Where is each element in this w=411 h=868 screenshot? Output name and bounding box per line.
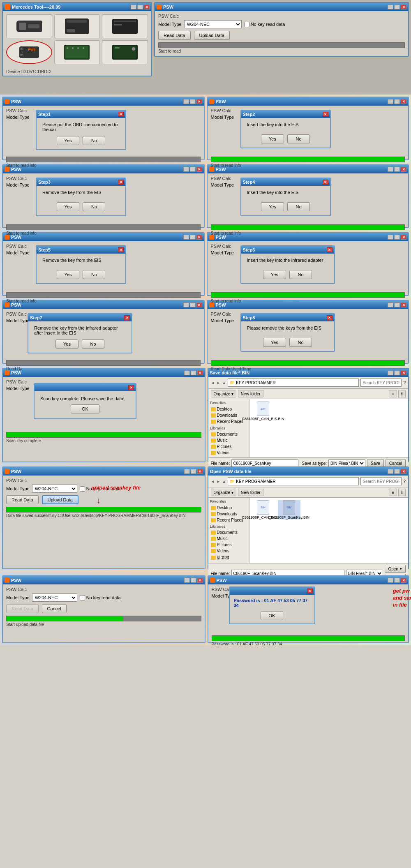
model-select-0[interactable]: W204-NEC <box>184 20 242 28</box>
step6-close[interactable]: ✕ <box>327 247 332 252</box>
max-7r[interactable]: □ <box>394 578 400 583</box>
file-item-1[interactable]: BIN C861908F_CAN_EIS.BIN <box>252 402 275 421</box>
step7-close[interactable]: ✕ <box>124 315 130 320</box>
maximize-btn[interactable]: □ <box>137 5 143 9</box>
step2-yes[interactable]: Yes <box>261 134 284 143</box>
open-sidebar-videos[interactable]: Videos <box>210 548 247 554</box>
model-select-7l[interactable]: W204-NEC <box>32 593 77 602</box>
sidebar-music[interactable]: Music <box>210 437 247 443</box>
open-file-item-2[interactable]: BIN C861908F_ScanKey.BIN <box>278 500 300 519</box>
open-close[interactable]: ✕ <box>401 469 406 474</box>
step8-close[interactable]: ✕ <box>327 315 332 320</box>
sidebar-pictures[interactable]: Pictures <box>210 443 247 450</box>
no-key-7l[interactable]: No key read data <box>80 595 121 600</box>
step1-close[interactable]: ✕ <box>118 112 124 117</box>
psw-close-1l[interactable]: ✕ <box>196 99 202 104</box>
read-data-btn-6l[interactable]: Read Data <box>6 495 39 504</box>
password-dialog-close[interactable]: ✕ <box>307 589 313 593</box>
file-type-select[interactable]: BIN Files(*.BIN) <box>328 459 365 467</box>
info-btn[interactable]: ℹ <box>398 390 406 397</box>
psw-min-0[interactable]: _ <box>388 5 393 9</box>
step3-no[interactable]: No <box>83 202 105 211</box>
cancel-file-btn[interactable]: Cancel <box>386 459 406 467</box>
step1-yes[interactable]: Yes <box>57 136 80 145</box>
no-key-check-6l[interactable] <box>80 486 85 492</box>
minimize-btn[interactable]: _ <box>131 5 136 9</box>
open-sidebar-music[interactable]: Music <box>210 536 247 542</box>
open-max[interactable]: □ <box>394 469 400 474</box>
file-name-input[interactable] <box>231 459 298 467</box>
step8-no[interactable]: No <box>289 338 312 347</box>
scan-ok-btn[interactable]: OK <box>71 404 99 413</box>
step6-no[interactable]: No <box>289 270 312 279</box>
new-folder-btn[interactable]: New folder <box>238 390 263 397</box>
step5-no[interactable]: No <box>83 270 105 279</box>
view-btn[interactable]: ≡ <box>389 390 397 397</box>
device-cell-5[interactable] <box>54 40 100 64</box>
open-organize-btn[interactable]: Organize ▾ <box>211 489 236 496</box>
max-6l[interactable]: □ <box>191 469 196 474</box>
step5-yes[interactable]: Yes <box>57 270 80 279</box>
open-sidebar-desktop[interactable]: Desktop <box>210 505 247 511</box>
step4-no[interactable]: No <box>287 202 310 211</box>
device-cell-2[interactable] <box>54 14 100 38</box>
psw-close-1r[interactable]: ✕ <box>401 99 406 104</box>
upload-data-btn-0[interactable]: Upload Data <box>194 31 230 40</box>
open-path-bar[interactable]: 📁 KEY PROGRAMMER <box>228 477 359 485</box>
min-7l[interactable]: _ <box>184 578 190 583</box>
save-file-btn[interactable]: Save <box>367 459 384 467</box>
step2-no[interactable]: No <box>287 134 310 143</box>
upload-data-btn-6l[interactable]: Upload Data <box>42 495 79 504</box>
min-7r[interactable]: _ <box>388 578 393 583</box>
psw-min-1l[interactable]: _ <box>183 99 189 104</box>
file-path-bar[interactable]: 📁 KEY PROGRAMMER <box>228 379 359 387</box>
close-btn[interactable]: ✕ <box>144 5 150 9</box>
open-help-icon[interactable]: ? <box>403 479 406 484</box>
no-key-check-7l[interactable] <box>80 595 85 600</box>
step2-close[interactable]: ✕ <box>323 112 328 117</box>
device-cell-3[interactable] <box>102 14 148 38</box>
psw-max-1r[interactable]: □ <box>394 99 400 104</box>
device-cell-6[interactable] <box>102 40 148 64</box>
open-view-btn[interactable]: ≡ <box>389 489 397 496</box>
psw-max-1l[interactable]: □ <box>190 99 196 104</box>
sidebar-documents[interactable]: Documents <box>210 431 247 437</box>
sidebar-videos[interactable]: Videos <box>210 450 247 456</box>
organize-btn[interactable]: Organize ▾ <box>211 390 236 397</box>
close-7r[interactable]: ✕ <box>401 578 406 583</box>
step3-yes[interactable]: Yes <box>57 202 80 211</box>
close-7l[interactable]: ✕ <box>197 578 203 583</box>
open-sidebar-documents[interactable]: Documents <box>210 529 247 536</box>
psw-min-1r[interactable]: _ <box>388 99 393 104</box>
device-cell-4-selected[interactable]: 011 PWS 01 <box>6 40 52 64</box>
step6-yes[interactable]: Yes <box>263 270 286 279</box>
open-info-btn[interactable]: ℹ <box>398 489 406 496</box>
cancel-btn-7l[interactable]: Cancel <box>42 604 67 613</box>
close-6l[interactable]: ✕ <box>197 469 203 474</box>
psw-close-0[interactable]: ✕ <box>401 5 406 9</box>
step7-yes[interactable]: Yes <box>55 339 79 349</box>
open-sidebar-pictures[interactable]: Pictures <box>210 542 247 548</box>
open-file-btn[interactable]: Open ▾ <box>385 565 406 573</box>
step7-no[interactable]: No <box>82 339 104 349</box>
model-select-6l[interactable]: W204-NEC <box>32 485 77 493</box>
no-key-input-0[interactable] <box>244 22 249 27</box>
no-key-checkbox-0[interactable]: No key read data <box>244 22 285 27</box>
step8-yes[interactable]: Yes <box>263 338 286 347</box>
sidebar-desktop[interactable]: Desktop <box>210 406 247 412</box>
step5-close[interactable]: ✕ <box>118 247 124 252</box>
open-search-input[interactable] <box>360 477 402 485</box>
psw-max-0[interactable]: □ <box>394 5 400 9</box>
open-sidebar-computer[interactable]: 計算機 <box>210 554 247 561</box>
step4-yes[interactable]: Yes <box>261 202 284 211</box>
password-ok-btn[interactable]: OK <box>261 611 283 620</box>
scan-complete-close[interactable]: ✕ <box>128 385 134 390</box>
max-7l[interactable]: □ <box>191 578 196 583</box>
min-6l[interactable]: _ <box>184 469 190 474</box>
help-icon[interactable]: ? <box>403 381 406 385</box>
step1-no[interactable]: No <box>83 136 105 145</box>
read-data-btn-7l[interactable]: Read Data <box>6 604 39 613</box>
open-min[interactable]: _ <box>388 469 393 474</box>
open-new-folder-btn[interactable]: New folder <box>238 489 263 496</box>
search-input[interactable] <box>360 379 402 387</box>
